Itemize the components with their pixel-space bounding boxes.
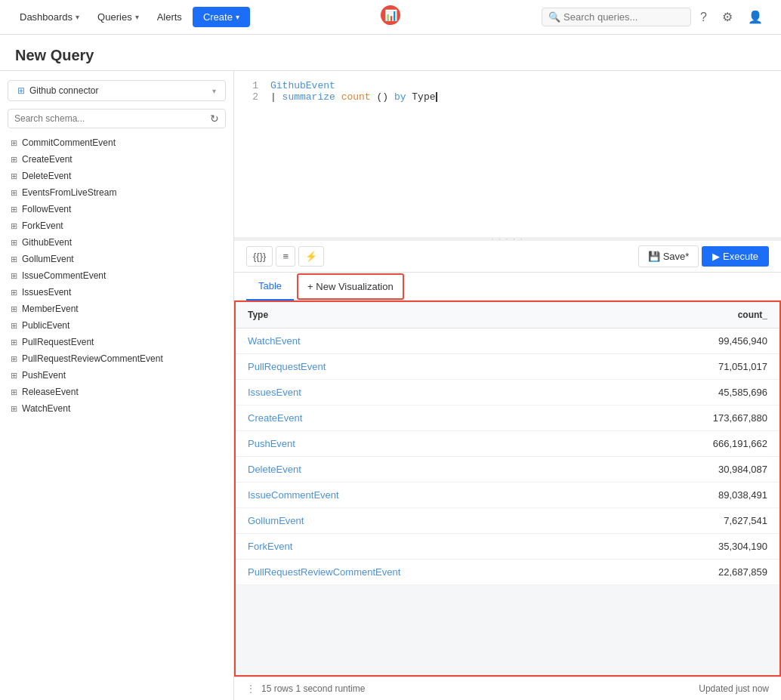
- create-button[interactable]: Create ▾: [193, 7, 250, 27]
- cell-type: PullRequestEvent: [236, 354, 612, 380]
- schema-item-DeleteEvent[interactable]: ⊞ DeleteEvent: [0, 168, 233, 184]
- table-row: IssueCommentEvent 89,038,491: [236, 483, 779, 508]
- schema-item-label: PublicEvent: [22, 320, 69, 331]
- dashboards-nav[interactable]: Dashboards ▾: [12, 7, 87, 27]
- sidebar: ⊞ Github connector ▾ ↻ ⊞ CommitCommentEv…: [0, 71, 234, 700]
- schema-item-PullRequestReviewCommentEvent[interactable]: ⊞ PullRequestReviewCommentEvent: [0, 350, 233, 367]
- alerts-label: Alerts: [157, 11, 182, 23]
- table-icon: ⊞: [11, 321, 17, 331]
- search-input[interactable]: [563, 11, 684, 23]
- schema-item-IssuesEvent[interactable]: ⊞ IssuesEvent: [0, 284, 233, 301]
- schema-item-ReleaseEvent[interactable]: ⊞ ReleaseEvent: [0, 384, 233, 400]
- schema-item-label: GithubEvent: [22, 237, 72, 248]
- table-icon: ⊞: [11, 404, 17, 414]
- cell-type: CreateEvent: [236, 406, 612, 431]
- runtime-info: 1 second runtime: [295, 683, 365, 694]
- refresh-icon[interactable]: ↻: [210, 113, 219, 125]
- schema-item-label: WatchEvent: [22, 403, 70, 414]
- page-header: New Query: [0, 35, 781, 71]
- format-button[interactable]: {{}}: [246, 246, 273, 267]
- table-icon: ⊞: [11, 138, 17, 148]
- table-icon: ⊞: [11, 304, 17, 314]
- global-search[interactable]: 🔍: [542, 8, 691, 26]
- tab-new-viz-label: + New Visualization: [307, 281, 394, 292]
- user-avatar[interactable]: 👤: [742, 5, 769, 29]
- result-table-container[interactable]: Type count_ WatchEvent 99,456,940 PullRe…: [234, 301, 781, 677]
- schema-item-PushEvent[interactable]: ⊞ PushEvent: [0, 367, 233, 384]
- schema-item-label: ForkEvent: [22, 220, 63, 231]
- cell-count: 30,984,087: [612, 457, 779, 483]
- cell-count: 99,456,940: [612, 328, 779, 354]
- alerts-nav[interactable]: Alerts: [150, 7, 190, 27]
- cell-count: 45,585,696: [612, 380, 779, 406]
- connector-selector[interactable]: ⊞ Github connector ▾: [8, 80, 226, 101]
- save-button[interactable]: 💾 Save*: [638, 245, 699, 267]
- rows-info: 15 rows: [261, 683, 293, 694]
- schema-item-EventsFromLiveStream[interactable]: ⊞ EventsFromLiveStream: [0, 184, 233, 201]
- cursor: [436, 92, 437, 102]
- schema-item-GollumEvent[interactable]: ⊞ GollumEvent: [0, 251, 233, 267]
- schema-item-PublicEvent[interactable]: ⊞ PublicEvent: [0, 317, 233, 334]
- table-icon: ⊞: [11, 171, 17, 181]
- editor-toolbar: {{}} ≡ ⚡ 💾 Save* ▶ Execute: [234, 240, 781, 272]
- result-table: Type count_ WatchEvent 99,456,940 PullRe…: [236, 302, 779, 585]
- tab-table[interactable]: Table: [246, 273, 294, 301]
- editor-content[interactable]: 1 GithubEvent 2 | summarize count () by …: [234, 71, 781, 237]
- schema-item-label: PullRequestEvent: [22, 337, 94, 347]
- settings-icon[interactable]: ⚙: [716, 5, 739, 29]
- table-icon: ⊞: [11, 188, 17, 198]
- schema-item-IssueCommentEvent[interactable]: ⊞ IssueCommentEvent: [0, 267, 233, 284]
- line-code-1: GithubEvent: [270, 80, 335, 91]
- schema-item-WatchEvent[interactable]: ⊞ WatchEvent: [0, 400, 233, 417]
- cell-type: IssuesEvent: [236, 380, 612, 406]
- list-button[interactable]: ≡: [276, 246, 295, 267]
- table-row: PullRequestReviewCommentEvent 22,687,859: [236, 560, 779, 585]
- table-icon: ⊞: [11, 354, 17, 364]
- keyword-github: GithubEvent: [270, 80, 335, 91]
- schema-list: ⊞ CommitCommentEvent ⊞ CreateEvent ⊞ Del…: [0, 134, 233, 691]
- schema-item-label: PushEvent: [22, 370, 66, 381]
- cell-count: 35,304,190: [612, 534, 779, 560]
- cell-type: PushEvent: [236, 431, 612, 457]
- col-header-count: count_: [612, 302, 779, 328]
- cell-count: 7,627,541: [612, 508, 779, 534]
- svg-text:📊: 📊: [384, 9, 398, 22]
- table-icon: ⊞: [11, 205, 17, 214]
- updated-info: Updated just now: [699, 683, 769, 694]
- table-icon: ⊞: [11, 371, 17, 381]
- table-icon: ⊞: [11, 254, 17, 264]
- table-row: GollumEvent 7,627,541: [236, 508, 779, 534]
- execute-label: ▶ Execute: [712, 251, 758, 262]
- col-header-type: Type: [236, 302, 612, 328]
- execute-button[interactable]: ▶ Execute: [702, 246, 769, 267]
- save-label: Save*: [663, 251, 690, 262]
- schema-search-input[interactable]: [14, 113, 207, 124]
- table-row: IssuesEvent 45,585,696: [236, 380, 779, 406]
- schema-search[interactable]: ↻: [8, 109, 226, 128]
- table-icon: ⊞: [11, 271, 17, 281]
- schema-item-label: IssuesEvent: [22, 287, 71, 298]
- schema-item-CreateEvent[interactable]: ⊞ CreateEvent: [0, 151, 233, 168]
- help-icon[interactable]: ?: [694, 6, 713, 29]
- create-label: Create: [203, 11, 233, 23]
- schema-item-CommitCommentEvent[interactable]: ⊞ CommitCommentEvent: [0, 134, 233, 151]
- tab-new-visualization[interactable]: + New Visualization: [297, 273, 404, 300]
- table-icon: ⊞: [11, 338, 17, 347]
- queries-nav[interactable]: Queries ▾: [90, 7, 147, 27]
- table-row: PushEvent 666,191,662: [236, 431, 779, 457]
- cell-count: 173,667,880: [612, 406, 779, 431]
- schema-item-GithubEvent[interactable]: ⊞ GithubEvent: [0, 234, 233, 251]
- cell-type: WatchEvent: [236, 328, 612, 354]
- schema-item-PullRequestEvent[interactable]: ⊞ PullRequestEvent: [0, 334, 233, 350]
- dashboards-label: Dashboards: [20, 11, 73, 23]
- schema-item-FollowEvent[interactable]: ⊞ FollowEvent: [0, 201, 233, 217]
- table-row: DeleteEvent 30,984,087: [236, 457, 779, 483]
- logo-icon: 📊: [380, 5, 401, 30]
- main-panel: 1 GithubEvent 2 | summarize count () by …: [234, 71, 781, 700]
- footer-menu-icon[interactable]: ⋮: [246, 683, 255, 694]
- schema-item-MemberEvent[interactable]: ⊞ MemberEvent: [0, 301, 233, 317]
- schema-item-ForkEvent[interactable]: ⊞ ForkEvent: [0, 217, 233, 234]
- schema-item-label: FollowEvent: [22, 204, 71, 214]
- lightning-button[interactable]: ⚡: [298, 246, 324, 267]
- schema-item-label: ReleaseEvent: [22, 387, 79, 397]
